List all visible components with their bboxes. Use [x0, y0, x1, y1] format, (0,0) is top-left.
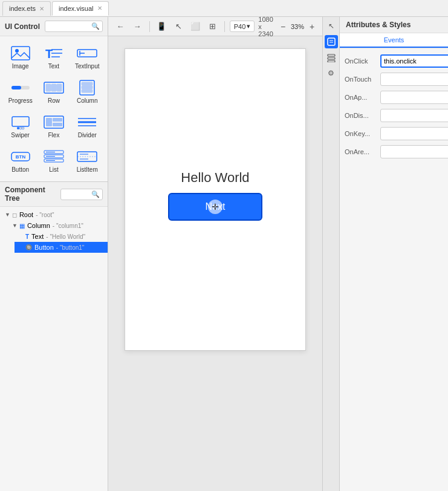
frame-button[interactable]: ⬜: [188, 20, 203, 33]
root-name: Root: [19, 211, 33, 218]
grid-button[interactable]: ⊞: [205, 20, 219, 33]
event-onap: OnAp...: [340, 88, 448, 106]
svg-rect-19: [12, 117, 29, 126]
svg-text:BTN: BTN: [15, 154, 25, 160]
right-panel-title: Attributes & Styles: [340, 17, 448, 33]
component-button[interactable]: BTN Button: [5, 145, 36, 177]
svg-rect-0: [11, 47, 30, 60]
svg-rect-13: [51, 84, 56, 91]
onkey-input[interactable]: [380, 127, 448, 140]
component-list[interactable]: List: [38, 145, 69, 177]
component-tree-title: Component Tree: [5, 186, 60, 203]
textinput-label: TextInput: [75, 63, 100, 70]
component-swiper[interactable]: Swiper: [5, 110, 36, 142]
column-tree-icon: ▦: [19, 223, 25, 229]
component-image[interactable]: Image: [5, 41, 36, 73]
event-onclick: OnClick: [340, 52, 448, 70]
component-row[interactable]: Row: [38, 76, 69, 108]
right-icon-strip: ↖ ⚙: [322, 17, 339, 491]
component-tree-header: Component Tree 🔍: [0, 182, 108, 207]
divider-icon: [76, 114, 98, 131]
ontouch-input[interactable]: [380, 73, 448, 86]
settings-icon[interactable]: ⚙: [325, 67, 338, 80]
svg-rect-12: [46, 84, 51, 91]
event-ondis: OnDis...: [340, 106, 448, 125]
swiper-icon: [10, 114, 31, 131]
tab-index-visual[interactable]: index.visual ✕: [52, 1, 108, 16]
canvas-area[interactable]: Hello World Next ✛: [108, 36, 322, 491]
onclick-label: OnClick: [345, 57, 378, 65]
tree-item-text[interactable]: ▶ T Text - "Hello World": [15, 231, 108, 242]
onare-input[interactable]: [380, 145, 448, 158]
tab-events[interactable]: Events: [340, 33, 448, 48]
hello-world-text: Hello World: [181, 170, 249, 186]
component-search-input[interactable]: [48, 23, 91, 30]
component-progress[interactable]: Progress: [5, 76, 36, 108]
event-onkey: OnKey...: [340, 125, 448, 143]
zoom-out-button[interactable]: −: [278, 21, 288, 32]
component-text[interactable]: T Text: [38, 41, 69, 73]
toolbar-history-group: ← →: [113, 20, 144, 33]
layers-icon[interactable]: [325, 51, 338, 64]
attributes-icon[interactable]: [325, 35, 338, 48]
tree-item-button[interactable]: ▶ 🔘 Button - "button1": [15, 242, 108, 253]
tree-item-column[interactable]: ▼ ▦ Column - "column1": [7, 220, 108, 231]
phone-view-button[interactable]: 📱: [154, 20, 169, 33]
toolbar-view-group: 📱 ↖ ⬜ ⊞: [154, 20, 219, 33]
root-icon: ◻: [12, 212, 17, 218]
progress-icon: [10, 79, 31, 96]
column-icon: [76, 79, 98, 96]
next-button-container: Next ✛: [168, 193, 263, 221]
tab-index-ets-close[interactable]: ✕: [39, 5, 44, 12]
svg-point-22: [22, 127, 24, 129]
flex-icon: [43, 114, 65, 131]
component-listitem[interactable]: ListItem: [72, 145, 103, 177]
component-divider[interactable]: Divider: [72, 110, 103, 142]
tree-search-icon: 🔍: [91, 190, 100, 198]
text-icon: T: [43, 45, 65, 62]
zoom-in-button[interactable]: +: [307, 21, 317, 32]
svg-rect-16: [82, 82, 93, 85]
textinput-icon: [76, 45, 98, 62]
text-label: Text: [48, 63, 59, 70]
undo-button[interactable]: ←: [113, 20, 128, 33]
tab-index-visual-close[interactable]: ✕: [97, 5, 102, 11]
onclick-input[interactable]: [380, 54, 448, 68]
ontouch-label: OnTouch: [345, 76, 378, 83]
tree-item-root[interactable]: ▼ ◻ Root - "root": [0, 209, 108, 220]
onap-input[interactable]: [380, 91, 448, 104]
device-selector[interactable]: P40 ▾: [230, 21, 255, 32]
tab-index-ets-label: index.ets: [9, 5, 36, 12]
tabs-bar: index.ets ✕ index.visual ✕: [0, 0, 448, 17]
component-search-box[interactable]: 🔍: [45, 21, 103, 32]
svg-rect-14: [57, 84, 62, 91]
svg-rect-17: [82, 86, 93, 89]
cursor-button[interactable]: ↖: [171, 20, 186, 33]
text-tree-icon: T: [25, 233, 29, 240]
listitem-label: ListItem: [77, 166, 98, 173]
pointer-icon[interactable]: ↖: [325, 19, 338, 33]
dimensions-display: 1080 x 2340: [258, 16, 274, 37]
events-list: OnClick OnTouch OnAp... OnDis... OnKey..: [340, 48, 448, 164]
svg-rect-47: [328, 60, 335, 62]
move-handle-icon[interactable]: ✛: [208, 200, 222, 214]
tab-index-ets[interactable]: index.ets ✕: [2, 1, 51, 16]
tree-search-input[interactable]: [63, 190, 91, 198]
column-label: Column: [77, 97, 97, 104]
text-ref: - "Hello World": [46, 233, 85, 240]
tree-search-box[interactable]: 🔍: [60, 189, 103, 200]
divider-label: Divider: [78, 132, 97, 138]
svg-rect-42: [328, 38, 335, 45]
svg-rect-18: [82, 89, 93, 93]
component-textinput[interactable]: TextInput: [72, 41, 103, 73]
column-ref: - "column1": [53, 223, 83, 229]
zoom-level: 33%: [291, 23, 304, 30]
ui-control-header: UI Control 🔍: [0, 17, 108, 36]
redo-button[interactable]: →: [130, 20, 144, 33]
component-flex[interactable]: Flex: [38, 110, 69, 142]
device-chevron-icon: ▾: [247, 22, 250, 30]
center-panel: ← → 📱 ↖ ⬜ ⊞ P40 ▾ 1080 x 2340 − 33% +: [108, 17, 322, 491]
ondis-input[interactable]: [380, 109, 448, 122]
component-column[interactable]: Column: [72, 76, 103, 108]
button-node-name: Button: [34, 244, 54, 251]
